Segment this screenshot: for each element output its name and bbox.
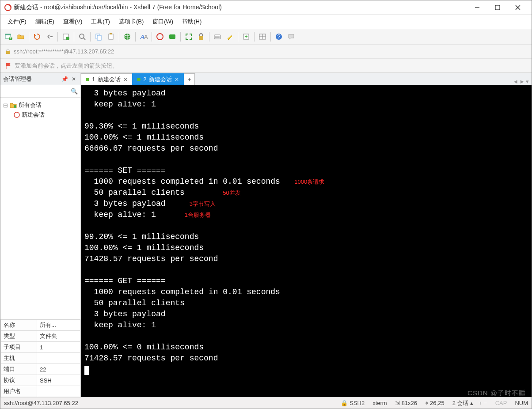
terminal[interactable]: 3 bytes payload keep alive: 1 99.30% <= … [81,85,532,397]
prop-port-label: 端口 [1,364,37,375]
svg-rect-15 [109,34,113,39]
sidebar-search[interactable]: 🔍 [0,85,80,98]
xftp-icon[interactable] [167,31,178,42]
svg-text:+: + [244,33,248,40]
globe-icon[interactable] [122,31,133,42]
svg-point-10 [66,37,69,40]
chat-icon[interactable] [286,31,296,42]
session-tree[interactable]: ⊟ 所有会话 新建会话 [0,98,80,319]
right-pane: 1 新建会话 ✕ 2 新建会话 ✕ + ◄ ► ▾ 3 bytes payloa… [81,73,532,397]
minimize-button[interactable] [467,0,487,15]
sidebar-search-input[interactable] [3,88,71,95]
menu-view[interactable]: 查看(V) [60,16,86,27]
menu-tools[interactable]: 工具(T) [87,16,114,27]
prop-protocol-value: SSH [37,375,80,386]
highlight-icon[interactable] [224,31,235,42]
toolbar-separator [209,32,209,42]
lock-icon[interactable] [196,31,206,42]
tab-close-icon[interactable]: ✕ [175,76,179,83]
app-icon [4,4,12,11]
folder-icon [10,102,17,108]
tab-add-button[interactable]: + [183,73,195,85]
tab-session-1[interactable]: 1 新建会话 ✕ [81,73,133,85]
toolbar-separator [152,32,152,42]
svg-rect-16 [110,33,112,34]
font-icon[interactable]: AA [138,31,149,42]
paste-icon[interactable] [106,31,116,42]
xshell-icon[interactable] [155,31,165,42]
add-button-icon[interactable]: + [241,31,251,42]
search-icon[interactable] [77,31,87,42]
svg-rect-35 [6,51,10,54]
flag-icon [5,62,12,69]
close-button[interactable] [508,0,528,15]
pin-icon[interactable]: 📌 [60,76,70,82]
sidebar-title: 会话管理器 [3,75,32,83]
toolbar-separator [29,32,29,42]
tab-2-num: 2 [143,76,146,83]
tab-session-2[interactable]: 2 新建会话 ✕ [132,73,184,85]
tab-menu-icon[interactable]: ▾ [526,78,529,85]
maximize-button[interactable] [487,0,508,15]
open-folder-icon[interactable] [15,31,26,42]
hint-bar: 要添加当前会话，点击左侧的箭头按钮。 [0,59,532,73]
tab-status-dot [86,78,89,81]
plus-small-icon[interactable]: + [479,400,482,406]
svg-rect-25 [214,35,220,39]
prop-type-label: 类型 [1,331,37,342]
toolbar-separator [90,32,91,42]
status-protocol: 🔒SSH2 [341,400,365,406]
prop-name-label: 名称 [1,320,37,331]
cursor-pos-icon: ⌖ [425,400,428,407]
session-icon [14,112,20,118]
main-area: 会话管理器 📌 ✕ 🔍 ⊟ 所有会话 新建会话 名称所有... 类型文件夹 [0,73,532,397]
prop-protocol-label: 协议 [1,375,37,386]
menu-help[interactable]: 帮助(H) [179,16,205,27]
search-small-icon[interactable]: 🔍 [71,88,78,95]
menu-file[interactable]: 文件(F) [4,16,30,27]
properties-icon[interactable] [61,31,71,42]
prop-user-value [37,386,80,397]
svg-point-11 [80,34,84,38]
chevron-up-icon: ▴ [470,400,473,406]
help-icon[interactable]: ? [274,31,284,42]
session-properties: 名称所有... 类型文件夹 子项目1 主机 端口22 协议SSH 用户名 [0,319,80,397]
tree-root[interactable]: ⊟ 所有会话 [2,100,79,110]
tab-close-icon[interactable]: ✕ [123,76,128,83]
tab-next-icon[interactable]: ► [519,78,525,85]
svg-text:A: A [144,34,148,40]
minus-small-icon[interactable]: − [484,400,487,406]
menu-tabs[interactable]: 选项卡(B) [115,16,147,27]
tab-1-num: 1 [92,76,95,83]
lock-small-icon [5,49,11,55]
reconnect-icon[interactable] [32,31,42,42]
svg-text:?: ? [277,33,280,40]
new-session-icon[interactable]: + [3,31,14,42]
hint-text: 要添加当前会话，点击左侧的箭头按钮。 [15,62,118,70]
menu-window[interactable]: 窗口(W) [149,16,177,27]
svg-rect-14 [97,35,101,40]
status-caps: CAP [495,400,507,406]
svg-line-12 [84,38,85,40]
svg-point-36 [14,105,16,108]
sidebar-close-icon[interactable]: ✕ [70,76,78,82]
copy-icon[interactable] [93,31,104,42]
tab-prev-icon[interactable]: ◄ [513,78,518,85]
tab-nav: ◄ ► ▾ [513,78,532,85]
sidebar-header: 会话管理器 📌 ✕ [0,73,80,85]
tree-session-item[interactable]: 新建会话 [2,110,79,120]
prop-name-value: 所有... [37,320,80,331]
address-text[interactable]: ssh://root:***********@47.113.207.65:22 [14,48,527,55]
status-sessions[interactable]: 2 会话 ▴+ − [452,399,487,407]
tab-status-dot [137,78,141,81]
layout-icon[interactable] [257,31,268,42]
keyboard-icon[interactable] [212,31,223,42]
tree-expand-icon[interactable]: ⊟ [3,102,8,109]
status-num: NUM [515,400,528,406]
toolbar-separator [135,32,136,42]
lock-tiny-icon: 🔒 [341,400,348,406]
toolbar-separator [57,32,58,42]
fullscreen-icon[interactable] [183,31,194,42]
menu-edit[interactable]: 编辑(E) [32,16,58,27]
disconnect-icon[interactable] [44,31,55,42]
